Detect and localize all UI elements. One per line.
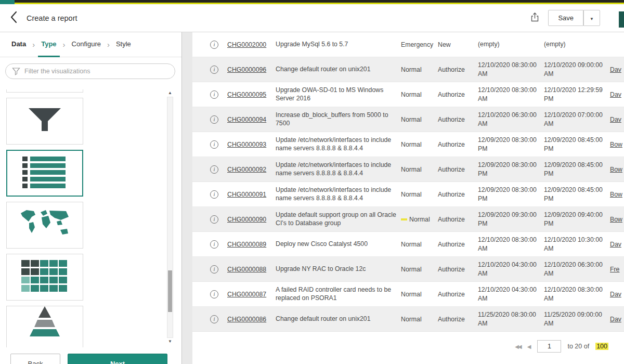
info-icon[interactable]: [210, 140, 218, 149]
scrollbar-track[interactable]: [167, 97, 173, 338]
assignee-link[interactable]: Dav: [610, 291, 624, 298]
table-row[interactable]: CHG0000096 Change default router on unix…: [192, 57, 624, 82]
assignee-link[interactable]: Fre: [610, 266, 624, 273]
viz-thumbnail-heatmap[interactable]: [6, 254, 83, 301]
step-data-label: Data: [11, 40, 26, 48]
change-number-link[interactable]: CHG0000093: [227, 141, 272, 148]
row-info-cell: [205, 66, 224, 74]
scroll-up-icon[interactable]: ▲: [168, 89, 172, 97]
state-value: Authorize: [438, 266, 474, 273]
state-value: Authorize: [438, 141, 474, 148]
step-type[interactable]: Type: [38, 32, 59, 57]
assignee-link[interactable]: Dav: [610, 66, 624, 73]
viz-thumbnail-pyramid[interactable]: [6, 306, 83, 347]
step-configure[interactable]: Configure: [69, 32, 104, 57]
wizard-next-button[interactable]: Next: [68, 354, 167, 364]
viz-thumbnail-funnel[interactable]: [6, 98, 83, 145]
table-row[interactable]: CHG0000092 Update /etc/network/interface…: [192, 157, 624, 182]
table-row[interactable]: CHG0002000 Upgrade MySql 5.6 to 5.7 Emer…: [192, 32, 624, 57]
prev-page-icon[interactable]: ◀: [527, 344, 531, 349]
info-icon[interactable]: [210, 190, 218, 199]
priority-value: Normal: [401, 141, 434, 148]
heatmap-icon: [21, 260, 68, 294]
end-date-value: 12/10/2020 10:30:00 AM: [544, 236, 606, 253]
table-row[interactable]: CHG0000087 A failed RAID controller card…: [192, 282, 624, 307]
info-icon[interactable]: [210, 315, 218, 323]
info-icon[interactable]: [210, 165, 218, 174]
start-date-value: 12/09/2020 08:30:00 PM: [478, 186, 540, 203]
start-date-value: 12/09/2020 08:30:00 PM: [478, 161, 540, 178]
step-style[interactable]: Style: [113, 32, 134, 57]
browser-top-strip: [0, 0, 624, 4]
change-number-link[interactable]: CHG0002000: [227, 41, 272, 48]
change-number-link[interactable]: CHG0000086: [227, 316, 272, 323]
assignee-link[interactable]: Dav: [610, 316, 624, 323]
scroll-down-icon[interactable]: ▼: [168, 338, 172, 345]
info-icon[interactable]: [210, 265, 218, 274]
funnel-chart-icon: [26, 107, 63, 135]
info-icon[interactable]: [210, 215, 218, 224]
viz-thumbnail-map[interactable]: [6, 202, 83, 249]
change-number-link[interactable]: CHG0000092: [227, 166, 272, 173]
assignee-link[interactable]: Dav: [610, 116, 624, 123]
short-description: Upgrade MySql 5.6 to 5.7: [276, 41, 397, 49]
info-icon[interactable]: [210, 115, 218, 124]
wizard-back-button[interactable]: Back: [10, 354, 60, 364]
info-icon[interactable]: [210, 66, 218, 74]
info-icon[interactable]: [210, 240, 218, 249]
short-description: Update /etc/network/interfaces to includ…: [276, 136, 397, 153]
assignee-link[interactable]: Dav: [610, 91, 624, 98]
change-number-link[interactable]: CHG0000087: [227, 291, 272, 298]
end-date-value: 12/10/2020 08:30:00 AM: [544, 285, 606, 303]
viz-thumbnail-partial[interactable]: [6, 89, 83, 93]
change-number-link[interactable]: CHG0000094: [227, 116, 272, 123]
assignee-link[interactable]: Bow: [610, 166, 624, 173]
assignee-link[interactable]: Bow: [610, 191, 624, 198]
info-icon[interactable]: [210, 290, 218, 298]
change-number-link[interactable]: CHG0000096: [227, 66, 272, 73]
clipped-edge-button[interactable]: [619, 11, 624, 28]
viz-list-scrollbar[interactable]: ▲ ▼: [166, 89, 174, 345]
state-value: Authorize: [438, 166, 474, 173]
change-number-link[interactable]: CHG0000095: [227, 91, 272, 98]
first-page-icon[interactable]: ◀◀: [515, 344, 521, 349]
back-button[interactable]: [9, 10, 18, 25]
save-dropdown-button[interactable]: ▼: [583, 10, 600, 26]
table-row[interactable]: CHG0000091 Update /etc/network/interface…: [192, 182, 624, 207]
assignee-link[interactable]: Dav: [610, 241, 624, 248]
end-date-value: 12/10/2020 09:00:00 AM: [544, 61, 606, 78]
table-row[interactable]: CHG0000086 Change default router on unix…: [192, 307, 624, 332]
wizard-steps: Data Type Configure Style: [0, 32, 181, 57]
share-button[interactable]: [530, 12, 540, 24]
short-description: Increase db_block_buffers from 5000 to 7…: [276, 111, 397, 128]
panel-footer: Back Next: [0, 347, 181, 364]
report-preview: CHG0002000 Upgrade MySql 5.6 to 5.7 Emer…: [192, 32, 624, 364]
assignee-link[interactable]: Bow: [610, 216, 624, 223]
start-date-value: 12/10/2020 06:30:00 AM: [478, 111, 540, 128]
change-number-link[interactable]: CHG0000090: [227, 216, 272, 223]
state-value: Authorize: [438, 316, 474, 323]
save-button[interactable]: Save: [548, 10, 583, 26]
assignee-link[interactable]: Bow: [610, 141, 624, 148]
info-icon[interactable]: [210, 41, 218, 49]
scrollbar-thumb[interactable]: [168, 270, 172, 312]
step-data[interactable]: Data: [8, 32, 29, 57]
change-number-link[interactable]: CHG0000089: [227, 241, 272, 248]
page-number-input[interactable]: [537, 340, 561, 353]
change-number-link[interactable]: CHG0000091: [227, 191, 272, 198]
filter-visualizations-input[interactable]: [5, 63, 175, 79]
viz-thumbnail-list[interactable]: [6, 150, 83, 197]
table-row[interactable]: CHG0000094 Increase db_block_buffers fro…: [192, 107, 624, 132]
priority-value: Normal: [401, 91, 434, 98]
start-date-value: 12/10/2020 08:30:00 AM: [478, 236, 540, 253]
step-configure-label: Configure: [72, 40, 101, 48]
table-row[interactable]: CHG0000088 Upgrade NY RAC to Oracle 12c …: [192, 257, 624, 282]
table-row[interactable]: CHG0000089 Deploy new Cisco Catalyst 450…: [192, 232, 624, 257]
table-row[interactable]: CHG0000090 Update default support group …: [192, 207, 624, 232]
info-icon[interactable]: [210, 90, 218, 99]
change-number-link[interactable]: CHG0000088: [227, 266, 272, 273]
table-row[interactable]: CHG0000095 Upgrade OWA-SD-01 to MS Windo…: [192, 82, 624, 107]
table-row[interactable]: CHG0000093 Update /etc/network/interface…: [192, 132, 624, 157]
main-area: Data Type Configure Style: [0, 32, 624, 364]
priority-value: Emergency: [401, 41, 434, 48]
